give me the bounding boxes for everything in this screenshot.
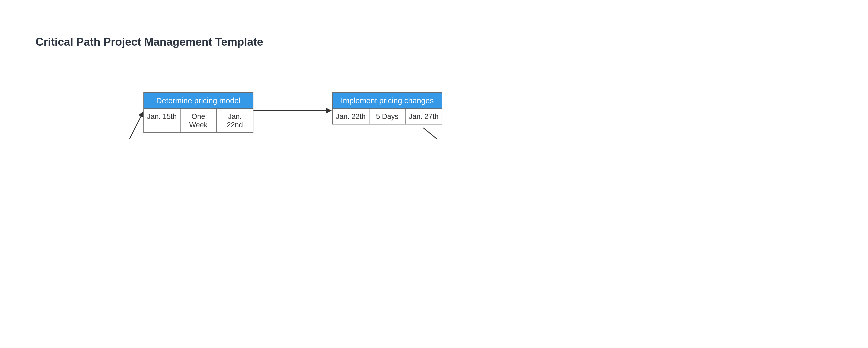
page-title: Critical Path Project Management Templat… [36, 36, 263, 48]
node-end: Jan. 27th [405, 109, 442, 124]
diagram-canvas: Critical Path Project Management Templat… [0, 0, 867, 139]
node-start: Jan. 22th [333, 109, 369, 124]
node-duration: 5 Days [369, 109, 405, 124]
node-label: Determine pricing model [144, 93, 253, 109]
node-implement-pricing: Implement pricing changes Jan. 22th 5 Da… [332, 92, 442, 124]
arrow-impl-to-beta [424, 128, 475, 139]
node-determine-pricing: Determine pricing model Jan. 15th One We… [143, 92, 253, 133]
node-end: Jan. 22nd [216, 109, 253, 132]
node-duration: One Week [180, 109, 216, 132]
arrow-start-to-pricing [108, 112, 143, 139]
node-label: Implement pricing changes [333, 93, 442, 109]
node-start: Jan. 15th [144, 109, 180, 132]
